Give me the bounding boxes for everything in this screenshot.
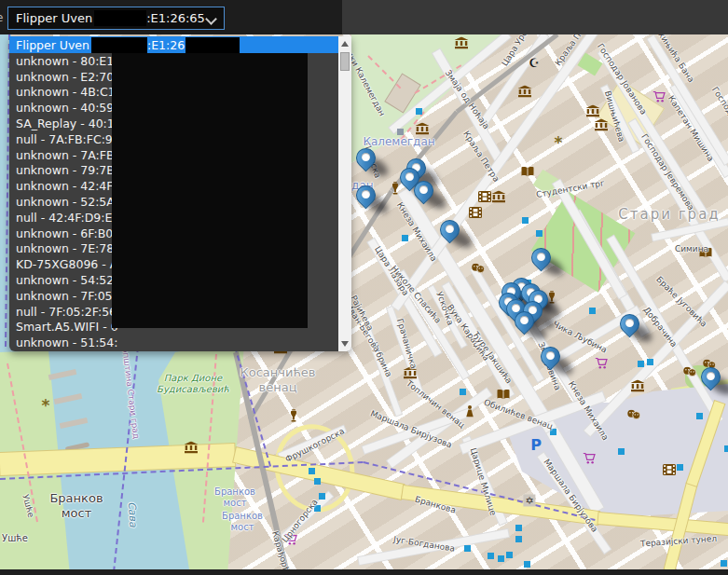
pin-hole [625,319,634,327]
flower-icon: * [42,403,50,409]
theater-icon [627,410,641,420]
network-square-marker[interactable] [721,560,727,567]
museum-icon [518,86,532,98]
book-icon [497,390,511,400]
network-square-marker[interactable] [724,445,728,452]
network-square-marker[interactable] [638,361,644,367]
network-square-marker[interactable] [618,448,625,455]
synagogue-icon: ✡ [523,495,535,507]
network-square-marker[interactable] [522,217,529,224]
dropdown-item[interactable]: unknown - 51:54: [9,335,338,350]
network-square-marker[interactable] [524,561,530,568]
pin-hole [419,185,428,194]
network-square-marker[interactable] [589,308,596,314]
museum-icon [631,380,645,392]
network-square-marker[interactable] [647,359,653,365]
network-square-marker[interactable] [416,108,422,115]
redaction-block [91,37,147,53]
network-square-marker[interactable] [498,555,504,562]
pin-hole [362,190,370,199]
selected-item-suffix: :E1:26 [147,38,185,52]
top-toolbar: e Flipper Uven :E1:26:65 [0,0,728,34]
museum-icon [416,123,430,135]
network-square-marker[interactable] [677,464,683,471]
amphora-icon [289,409,298,422]
book-icon [521,167,535,177]
film-icon [663,464,676,475]
bottom-bar [0,569,728,575]
museum-icon [185,442,199,454]
network-square-marker[interactable] [536,230,543,237]
film-icon [469,207,482,218]
theater-icon [683,367,697,377]
museum-icon [404,367,418,379]
theater-icon [472,264,486,274]
network-square-marker[interactable] [460,389,466,395]
mosque-icon: ☪ [529,57,540,69]
amphora-icon [391,182,400,195]
dropdown-item-selected[interactable]: Flipper Uven :E1:26 [9,36,338,53]
pin-hole [546,351,555,360]
chevron-down-icon [205,13,217,25]
network-square-marker[interactable] [488,553,494,559]
redaction-block [94,10,146,26]
cart-icon [284,534,297,546]
park-dione [163,357,228,399]
clipped-left-label: e [0,11,3,24]
network-square-marker[interactable] [464,545,471,552]
network-square-marker[interactable] [696,413,703,419]
museum-icon [455,37,469,49]
network-square-marker[interactable] [506,552,513,558]
scrollbar-down-arrow-icon[interactable] [341,341,349,347]
scrollbar-up-arrow-icon[interactable] [341,41,349,47]
network-square-marker[interactable] [309,468,315,474]
pin-hole [405,172,414,181]
network-square-marker[interactable] [515,536,522,542]
device-dropdown-panel: Flipper Uven :E1:26 unknown - 80:E1:unkn… [9,36,351,351]
museum-icon [586,105,600,117]
pin-hole [707,372,715,380]
network-square-marker[interactable] [314,505,321,512]
network-square-marker[interactable] [515,525,522,531]
scrollbar-thumb[interactable] [340,52,350,71]
pin-hole [362,153,370,161]
judge-icon [465,405,474,418]
combobox-value-prefix: Flipper Uven [16,11,92,25]
museum-icon [595,119,609,131]
museum-icon [492,191,506,203]
redaction-block [185,37,240,53]
app-window: P✡☪**Велики КалемегданЗмаја од НоћајаЦар… [0,0,728,575]
pin-hole [512,304,520,312]
pin-hole [520,316,529,324]
parking-icon: P [530,438,542,453]
pin-hole [537,253,545,261]
cart-icon [652,91,666,103]
redaction-block [112,53,308,328]
network-square-marker[interactable] [402,235,408,241]
network-square-marker-gray[interactable] [397,129,404,135]
film-icon [478,191,491,202]
selected-item-prefix: Flipper Uven [16,38,89,52]
network-square-marker[interactable] [319,493,325,500]
book-icon [699,248,713,258]
pin-hole [446,225,454,233]
network-square-marker[interactable] [550,429,556,435]
dropdown-scrollbar[interactable] [338,36,351,351]
combobox-value-suffix: :E1:26:65 [146,11,205,25]
cart-icon [595,358,608,370]
cart-icon [583,453,596,465]
device-combobox[interactable]: Flipper Uven :E1:26:65 [7,7,225,30]
flower-icon: * [555,140,563,146]
network-square-marker[interactable] [314,478,321,485]
